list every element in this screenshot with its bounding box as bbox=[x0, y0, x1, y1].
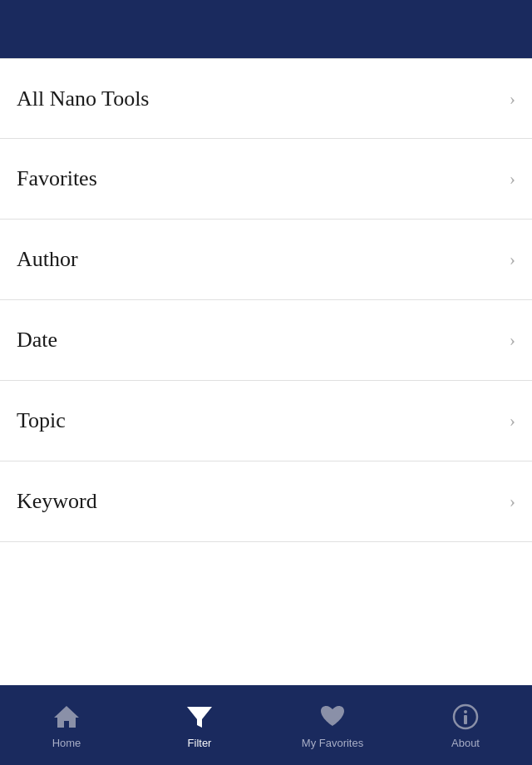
svg-marker-1 bbox=[187, 707, 212, 728]
tab-my-favorites[interactable]: My Favorites bbox=[266, 685, 399, 765]
menu-item-label-date: Date bbox=[17, 328, 57, 353]
tab-about[interactable]: About bbox=[399, 685, 532, 765]
menu-list: All Nano Tools › Favorites › Author › Da… bbox=[0, 58, 532, 685]
menu-item-label-favorites: Favorites bbox=[17, 166, 97, 191]
tab-label-filter: Filter bbox=[188, 737, 212, 749]
home-icon bbox=[52, 702, 81, 732]
tab-label-my-favorites: My Favorites bbox=[302, 737, 363, 749]
chevron-icon-author: › bbox=[510, 249, 515, 270]
menu-item-favorites[interactable]: Favorites › bbox=[0, 139, 532, 220]
menu-item-keyword[interactable]: Keyword › bbox=[0, 461, 532, 542]
menu-item-author[interactable]: Author › bbox=[0, 220, 532, 300]
menu-item-label-topic: Topic bbox=[17, 408, 66, 433]
menu-item-topic[interactable]: Topic › bbox=[0, 381, 532, 461]
menu-item-date[interactable]: Date › bbox=[0, 300, 532, 381]
chevron-icon-date: › bbox=[510, 329, 515, 351]
svg-point-3 bbox=[464, 710, 467, 713]
menu-item-label-all-nano-tools: All Nano Tools bbox=[17, 86, 149, 111]
header bbox=[0, 0, 532, 58]
chevron-icon-favorites: › bbox=[510, 168, 515, 190]
chevron-icon-keyword: › bbox=[510, 491, 515, 512]
chevron-icon-all-nano-tools: › bbox=[510, 88, 515, 110]
heart-icon bbox=[318, 702, 347, 732]
tab-bar: Home Filter My Favorites About bbox=[0, 685, 532, 765]
chevron-icon-topic: › bbox=[510, 410, 515, 432]
filter-icon bbox=[185, 702, 214, 732]
menu-item-label-keyword: Keyword bbox=[17, 489, 97, 514]
info-icon bbox=[451, 702, 480, 732]
tab-label-about: About bbox=[451, 737, 480, 749]
tab-home[interactable]: Home bbox=[0, 685, 133, 765]
tab-filter[interactable]: Filter bbox=[133, 685, 266, 765]
tab-label-home: Home bbox=[52, 737, 81, 749]
svg-rect-4 bbox=[464, 715, 467, 724]
menu-item-all-nano-tools[interactable]: All Nano Tools › bbox=[0, 58, 532, 139]
svg-marker-0 bbox=[54, 706, 79, 728]
menu-item-label-author: Author bbox=[17, 247, 78, 272]
